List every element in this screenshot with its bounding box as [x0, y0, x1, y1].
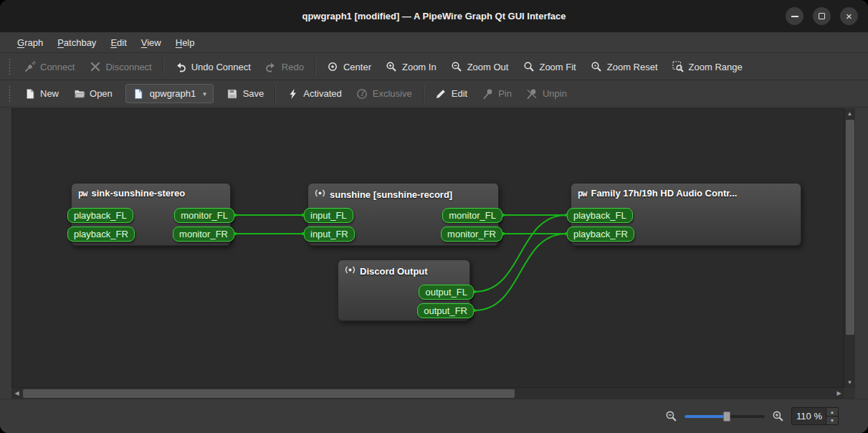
zoom-range-icon: [672, 61, 685, 73]
disconnect-button[interactable]: Disconnect: [82, 57, 158, 77]
zoom-in-icon: [386, 61, 398, 73]
statusbar: 110 % ▲ ▼: [0, 399, 868, 433]
chevron-down-icon: ▾: [203, 90, 206, 97]
pin-icon: [482, 87, 494, 100]
scroll-up-arrow[interactable]: ▲: [844, 108, 855, 119]
toolbar-separator: [275, 85, 276, 103]
zoom-value[interactable]: 110 %: [792, 408, 826, 424]
node-title: sunshine [sunshine-record]: [315, 188, 494, 201]
menu-patchbay[interactable]: Patchbay: [50, 32, 103, 52]
toolbar-separator: [423, 85, 424, 103]
open-folder-icon: [73, 87, 85, 100]
maximize-icon: [819, 13, 825, 19]
zoom-range-button[interactable]: Zoom Range: [665, 57, 750, 77]
minimize-icon: [791, 16, 798, 17]
scroll-left-arrow[interactable]: ◀: [11, 388, 22, 399]
pipewire-icon: pw: [78, 189, 87, 199]
connect-button[interactable]: Connect: [16, 57, 82, 77]
pin-button[interactable]: Pin: [474, 84, 519, 104]
node-title-text: sink-sunshine-stereo: [91, 188, 185, 199]
unpin-button[interactable]: Unpin: [519, 84, 574, 104]
lightning-icon: [287, 87, 299, 100]
node-title: pw sink-sunshine-stereo: [78, 188, 226, 199]
port-monitor-fl[interactable]: monitor_FL: [174, 208, 234, 223]
patchbay-file-combobox[interactable]: qpwgraph1 ▾: [125, 84, 214, 103]
graph-node-family-audio-controller[interactable]: pw Family 17h/19h HD Audio Contr... play…: [571, 183, 801, 246]
vertical-scrollbar-thumb[interactable]: [846, 120, 854, 335]
undo-connect-button[interactable]: Undo Connect: [168, 57, 258, 77]
open-button[interactable]: Open: [66, 84, 120, 104]
port-output-fr[interactable]: output_FR: [417, 303, 474, 318]
center-button[interactable]: Center: [320, 57, 378, 77]
zoom-slider[interactable]: [685, 410, 765, 423]
port-monitor-fr[interactable]: monitor_FR: [173, 227, 234, 242]
unpin-icon: [526, 87, 538, 100]
disconnect-icon: [89, 61, 101, 73]
graph-canvas[interactable]: pw sink-sunshine-stereo playback_FL play…: [11, 108, 844, 388]
zoom-slider-handle[interactable]: [723, 411, 730, 422]
port-playback-fl[interactable]: playback_FL: [567, 208, 633, 223]
graph-node-sunshine[interactable]: sunshine [sunshine-record] input_FL inpu…: [307, 183, 499, 246]
port-input-fl[interactable]: input_FL: [304, 208, 353, 223]
toolbar-file: New Open qpwgraph1 ▾ Save Activated f Ex…: [0, 80, 868, 108]
save-button[interactable]: Save: [219, 84, 272, 104]
vertical-scrollbar[interactable]: ▲ ▼: [844, 108, 855, 388]
exclusive-toggle[interactable]: f Exclusive: [349, 84, 419, 104]
window-controls: ×: [786, 7, 858, 25]
port-playback-fr[interactable]: playback_FR: [67, 227, 135, 242]
statusbar-zoom-in-button[interactable]: [772, 410, 784, 422]
graph-view: pw sink-sunshine-stereo playback_FL play…: [11, 108, 855, 399]
redo-icon: [265, 61, 277, 73]
menu-view[interactable]: View: [134, 32, 168, 52]
app-window: qpwgraph1 [modified] — A PipeWire Graph …: [0, 0, 868, 433]
zoom-in-button[interactable]: Zoom In: [378, 57, 444, 77]
horizontal-scrollbar[interactable]: ◀ ▶: [11, 388, 844, 399]
scroll-right-arrow[interactable]: ▶: [834, 388, 844, 399]
toolbar-separator: [315, 58, 316, 75]
activated-toggle[interactable]: Activated: [280, 84, 348, 104]
edit-toggle[interactable]: Edit: [428, 84, 474, 104]
node-title: pw Family 17h/19h HD Audio Contr...: [578, 188, 796, 199]
patchbay-file-icon: [133, 87, 145, 100]
pencil-icon: [435, 87, 447, 100]
window-title: qpwgraph1 [modified] — A PipeWire Graph …: [302, 11, 566, 22]
graph-node-discord-output[interactable]: Discord Output output_FL output_FR: [338, 260, 470, 321]
titlebar[interactable]: qpwgraph1 [modified] — A PipeWire Graph …: [0, 0, 868, 32]
connect-icon: [24, 61, 36, 73]
menu-edit[interactable]: Edit: [103, 32, 133, 52]
minimize-button[interactable]: [786, 7, 803, 25]
horizontal-scrollbar-thumb[interactable]: [23, 389, 515, 398]
zoom-reset-button[interactable]: Zoom Reset: [583, 57, 665, 77]
port-input-fr[interactable]: input_FR: [304, 227, 355, 242]
close-button[interactable]: ×: [840, 7, 858, 25]
toolbar-handle[interactable]: [8, 85, 11, 103]
port-monitor-fr[interactable]: monitor_FR: [441, 227, 502, 242]
graph-node-sink-sunshine-stereo[interactable]: pw sink-sunshine-stereo playback_FL play…: [71, 183, 231, 246]
menu-graph[interactable]: Graph: [10, 32, 50, 52]
scroll-down-arrow[interactable]: ▼: [844, 377, 855, 388]
menu-help[interactable]: Help: [168, 32, 202, 52]
record-icon: [315, 188, 325, 201]
combobox-value: qpwgraph1: [150, 88, 196, 99]
new-button[interactable]: New: [16, 84, 66, 104]
port-output-fl[interactable]: output_FL: [419, 285, 474, 300]
port-monitor-fl[interactable]: monitor_FL: [442, 208, 502, 223]
zoom-spinbox[interactable]: 110 % ▲ ▼: [791, 407, 839, 425]
port-playback-fl[interactable]: playback_FL: [67, 208, 133, 223]
node-title-text: sunshine [sunshine-record]: [330, 189, 452, 200]
maximize-button[interactable]: [813, 7, 831, 25]
node-title: Discord Output: [345, 265, 465, 277]
zoom-spin-up-button[interactable]: ▲: [826, 408, 838, 416]
toolbar-handle[interactable]: [8, 58, 11, 75]
center-icon: [327, 61, 339, 73]
port-playback-fr[interactable]: playback_FR: [567, 227, 634, 242]
statusbar-zoom-out-button[interactable]: [665, 410, 677, 422]
close-icon: ×: [846, 11, 852, 22]
redo-button[interactable]: Redo: [258, 57, 311, 77]
toolbar-separator: [163, 58, 164, 75]
zoom-fit-button[interactable]: Zoom Fit: [515, 57, 583, 77]
zoom-out-button[interactable]: Zoom Out: [444, 57, 516, 77]
zoom-spin-down-button[interactable]: ▼: [826, 416, 838, 424]
record-icon: [345, 265, 356, 277]
zoom-spin-arrows: ▲ ▼: [826, 408, 838, 424]
